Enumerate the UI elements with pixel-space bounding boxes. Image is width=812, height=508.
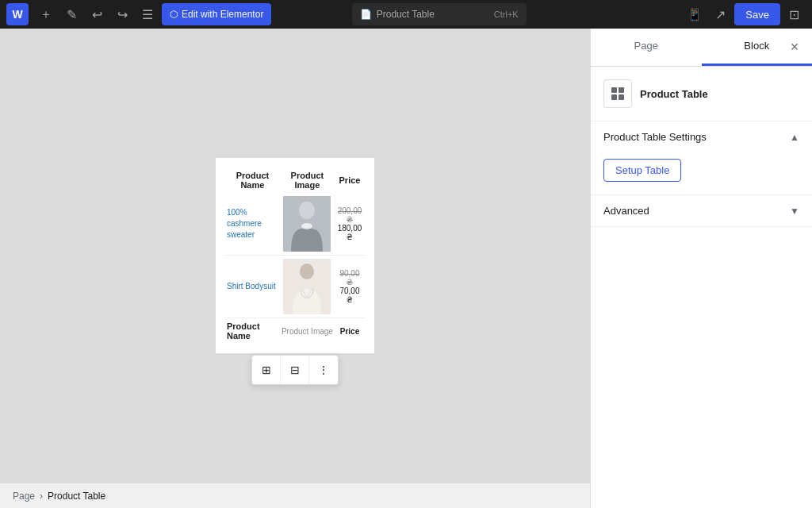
product-table: Product Name Product Image Price 100% ca… — [225, 167, 365, 344]
add-icon: ＋ — [40, 6, 52, 23]
tools-button[interactable]: ✎ — [60, 3, 82, 25]
tab-page[interactable]: Page — [591, 28, 702, 66]
col-header-price: Price — [335, 167, 365, 193]
setup-table-button[interactable]: Setup Table — [603, 159, 681, 182]
settings-header[interactable]: Product Table Settings ▲ — [591, 121, 812, 152]
price-cell: 200,00 ₴ 180,00 ₴ — [335, 193, 365, 256]
canvas-area: Product Name Product Image Price 100% ca… — [0, 29, 590, 508]
redo-button[interactable]: ↪ — [111, 3, 133, 25]
table-row: Shirt Bodysuit — [225, 256, 365, 318]
sale-price: 180,00 ₴ — [336, 224, 363, 241]
search-shortcut: Ctrl+K — [494, 10, 519, 19]
svg-point-2 — [301, 223, 312, 229]
block-more-button[interactable]: ⋮ — [309, 356, 338, 384]
product-image-cell — [280, 193, 335, 256]
settings-section: Product Table Settings ▲ Setup Table — [591, 121, 812, 195]
wordpress-logo: W — [6, 3, 29, 25]
search-bar[interactable]: 📄 Product Table Ctrl+K — [352, 3, 527, 25]
product-name-cell: Product Name — [225, 318, 280, 344]
sidebar-tabs: Page Block × — [591, 29, 812, 67]
top-toolbar: W ＋ ✎ ↩ ↪ ☰ ⬡ Edit with Elementor 📄 Prod… — [0, 0, 812, 29]
advanced-chevron-icon: ▼ — [790, 206, 799, 217]
sidebar-body: Product Table Product Table Settings ▲ S… — [591, 67, 812, 508]
product-image-placeholder: Product Image — [282, 327, 333, 336]
svg-rect-8 — [619, 94, 624, 100]
main-layout: Product Name Product Image Price 100% ca… — [0, 29, 812, 508]
product-link[interactable]: Shirt Bodysuit — [227, 282, 276, 291]
table-header-row: Product Name Product Image Price — [225, 167, 365, 193]
breadcrumb-separator: › — [40, 491, 43, 502]
page-icon: 📄 — [360, 9, 372, 20]
table-row: Product Name Product Image Price — [225, 318, 365, 344]
block-name: Product Table — [640, 88, 708, 100]
elementor-icon: ⬡ — [170, 9, 178, 20]
advanced-header[interactable]: Advanced ▼ — [591, 195, 812, 226]
price-placeholder: Price — [336, 327, 363, 336]
product-table-block[interactable]: Product Name Product Image Price 100% ca… — [216, 158, 374, 353]
breadcrumb: Page › Product Table — [0, 483, 590, 508]
toolbar-right: 📱 ↗ Save ⊡ — [684, 3, 806, 25]
col-header-product-image: Product Image — [280, 167, 335, 193]
svg-rect-7 — [611, 94, 617, 100]
product-image-cell: Product Image — [280, 318, 335, 344]
layout-icon: ⊡ — [789, 7, 799, 22]
advanced-section: Advanced ▼ — [591, 195, 812, 227]
tools-icon: ✎ — [67, 7, 77, 22]
breadcrumb-current: Product Table — [48, 491, 105, 502]
svg-point-1 — [299, 202, 315, 219]
block-grid-button[interactable]: ⊞ — [252, 356, 281, 384]
product-image — [283, 259, 331, 314]
edit-with-elementor-button[interactable]: ⬡ Edit with Elementor — [162, 3, 271, 25]
product-name-cell: 100% cashmere sweater — [225, 193, 280, 256]
breadcrumb-page[interactable]: Page — [13, 491, 35, 502]
mobile-icon: 📱 — [687, 7, 703, 22]
price-cell: Price — [335, 318, 365, 344]
canvas-content: Product Name Product Image Price 100% ca… — [0, 29, 590, 483]
product-name-placeholder: Product Name — [227, 321, 260, 341]
list-view-button[interactable]: ☰ — [136, 3, 159, 25]
table-row: 100% cashmere sweater — [225, 193, 365, 256]
block-type-icon — [610, 86, 626, 102]
price-cell: 90,00 ₴ 70,00 ₴ — [335, 256, 365, 318]
undo-button[interactable]: ↩ — [86, 3, 108, 25]
product-image-cell — [280, 256, 335, 318]
inner-block-icon: ⊟ — [290, 364, 300, 376]
external-link-icon: ↗ — [715, 7, 726, 22]
product-image — [283, 196, 331, 252]
settings-content: Setup Table — [591, 152, 812, 194]
bodysuit-image-svg — [283, 259, 331, 314]
list-icon: ☰ — [142, 7, 153, 22]
settings-chevron-icon: ▲ — [790, 132, 799, 143]
block-info: Product Table — [591, 67, 812, 121]
grid-icon: ⊞ — [262, 364, 271, 376]
block-wrapper: Product Name Product Image Price 100% ca… — [216, 158, 374, 353]
add-block-button[interactable]: ＋ — [35, 3, 57, 25]
original-price: 200,00 ₴ — [336, 206, 363, 224]
block-icon — [603, 79, 632, 108]
mobile-preview-button[interactable]: 📱 — [684, 3, 706, 25]
undo-icon: ↩ — [92, 7, 102, 22]
block-toolbar: ⊞ ⊟ ⋮ — [251, 355, 339, 385]
svg-rect-5 — [611, 87, 617, 93]
product-link[interactable]: 100% cashmere sweater — [227, 208, 262, 239]
redo-icon: ↪ — [117, 7, 128, 22]
original-price: 90,00 ₴ — [336, 269, 363, 287]
preview-button[interactable]: ↗ — [709, 3, 731, 25]
save-button[interactable]: Save — [734, 3, 780, 25]
sale-price: 70,00 ₴ — [336, 287, 363, 304]
product-name-cell: Shirt Bodysuit — [225, 256, 280, 318]
svg-point-4 — [300, 264, 314, 279]
svg-rect-6 — [619, 87, 624, 93]
block-inner-button[interactable]: ⊟ — [281, 356, 309, 384]
sidebar-close-button[interactable]: × — [783, 37, 806, 59]
sweater-image-svg — [283, 196, 331, 252]
advanced-title: Advanced — [603, 205, 649, 217]
more-icon: ⋮ — [318, 364, 329, 376]
col-header-product-name: Product Name — [225, 167, 280, 193]
toggle-sidebar-button[interactable]: ⊡ — [783, 3, 806, 25]
right-sidebar: Page Block × Product Table — [590, 29, 812, 508]
settings-title: Product Table Settings — [603, 131, 707, 143]
